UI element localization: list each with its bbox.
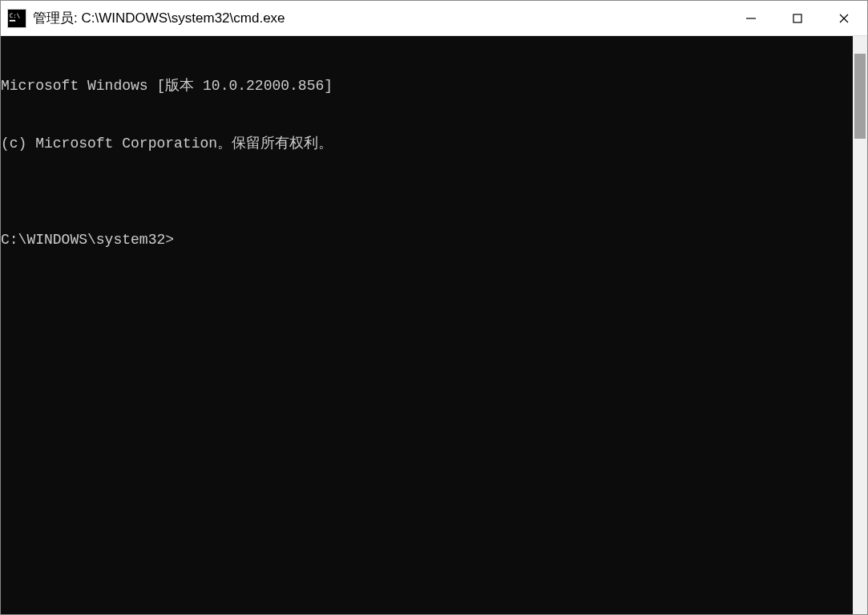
window-controls: [728, 1, 867, 35]
window-title: 管理员: C:\WINDOWS\system32\cmd.exe: [33, 9, 728, 27]
maximize-button[interactable]: [774, 1, 821, 36]
terminal-output-line: Microsoft Windows [版本 10.0.22000.856]: [1, 76, 853, 95]
terminal-cursor[interactable]: [174, 232, 182, 248]
terminal-prompt: C:\WINDOWS\system32>: [1, 230, 174, 249]
minimize-button[interactable]: [728, 1, 774, 36]
minimize-icon: [745, 13, 757, 24]
cmd-icon: C:\: [7, 9, 26, 28]
scrollbar-thumb[interactable]: [854, 54, 866, 139]
close-button[interactable]: [821, 1, 867, 36]
maximize-icon: [792, 13, 803, 24]
svg-rect-4: [793, 14, 801, 22]
svg-text:C:\: C:\: [10, 12, 20, 19]
close-icon: [838, 13, 850, 24]
svg-rect-2: [10, 19, 15, 21]
terminal-area[interactable]: Microsoft Windows [版本 10.0.22000.856] (c…: [1, 36, 867, 614]
terminal-content[interactable]: Microsoft Windows [版本 10.0.22000.856] (c…: [1, 36, 853, 614]
titlebar[interactable]: C:\ 管理员: C:\WINDOWS\system32\cmd.exe: [1, 1, 867, 36]
cmd-window: C:\ 管理员: C:\WINDOWS\system32\cmd.exe: [0, 0, 868, 615]
terminal-output-line: (c) Microsoft Corporation。保留所有权利。: [1, 134, 853, 153]
scrollbar-track[interactable]: [853, 36, 867, 614]
terminal-prompt-line: C:\WINDOWS\system32>: [1, 230, 853, 249]
